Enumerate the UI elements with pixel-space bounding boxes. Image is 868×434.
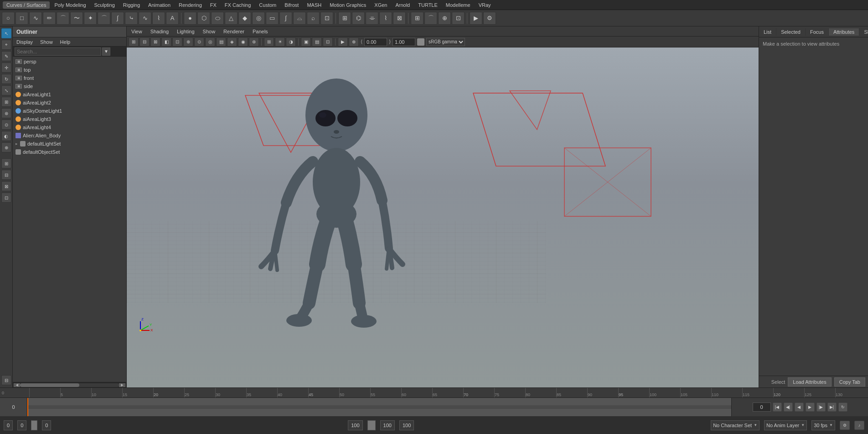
load-attributes-button[interactable]: Load Attributes [788,377,831,387]
copy-tab-button[interactable]: Copy Tab [834,377,865,387]
vp-tool-10[interactable]: ◈ [227,37,237,47]
vp-tool-2[interactable]: ⊟ [140,37,150,47]
vp-tool-render-1[interactable]: ▶ [338,37,348,47]
outliner-search-input[interactable] [15,47,101,56]
menu-fx[interactable]: FX [207,1,220,9]
no-anim-layer-dropdown[interactable]: No Anim Layer ▼ [764,420,807,430]
tool-spiral[interactable]: ✦ [84,12,97,25]
tool-circle[interactable]: ○ [2,12,15,25]
outliner-item[interactable]: ▸ defaultLightSet [13,140,126,148]
vp-menu-lighting[interactable]: Lighting [175,28,196,35]
tool-settings[interactable]: ⚙ [483,12,496,25]
tool-extrude[interactable]: ⊡ [320,12,333,25]
tool-fill[interactable]: ⊠ [393,12,406,25]
tool-channel[interactable]: ⊡ [1,193,11,203]
menu-arnold[interactable]: Arnold [392,1,413,9]
tool-helix[interactable]: ⌇ [152,12,165,25]
tool-torus[interactable]: ◎ [252,12,265,25]
outliner-item[interactable]: aiAreaLight3 [13,115,126,123]
menu-motion-graphics[interactable]: Motion Graphics [326,1,370,9]
tool-render[interactable]: ▶ [470,12,482,25]
vp-tool-render-2[interactable]: ⊕ [349,37,359,47]
go-to-end-btn[interactable]: ▶| [827,403,837,412]
outliner-menu-help[interactable]: Help [58,39,72,45]
tool-pen[interactable]: ✏ [43,12,56,25]
vp-tool-6[interactable]: ⊕ [183,37,193,47]
vp-tool-grid-display[interactable]: ⊞ [264,37,274,47]
tool-universal[interactable]: ⊛ [1,108,11,118]
tool-move[interactable]: ✛ [1,63,11,73]
outliner-scrollbar[interactable]: ◀ ▶ [13,382,126,387]
timeline-playhead[interactable] [27,398,28,416]
tool-spline[interactable]: ⤷ [125,12,138,25]
outliner-item[interactable]: ▣ side [13,82,126,90]
menu-poly-modeling[interactable]: Poly Modeling [51,1,89,9]
tool-bezier[interactable]: ∫ [111,12,124,25]
tool-snap-curve[interactable]: ⌒ [424,12,437,25]
tool-snap-grid[interactable]: ⊞ [411,12,424,25]
menu-modelleme[interactable]: Modelleme [442,1,474,9]
outliner-menu-show[interactable]: Show [38,39,55,45]
vp-tool-11[interactable]: ◉ [238,37,248,47]
menu-rigging[interactable]: Rigging [119,1,144,9]
tool-bridge[interactable]: ⌇ [379,12,392,25]
tool-wave[interactable]: 〜 [70,12,83,25]
tool-cone[interactable]: △ [225,12,238,25]
outliner-menu-display[interactable]: Display [15,39,35,45]
tool-snap-point[interactable]: ⊕ [438,12,451,25]
outliner-item[interactable]: Alien:Alien_Body [13,131,126,140]
vp-menu-view[interactable]: View [129,28,144,35]
tool-smooth[interactable]: ⌬ [352,12,365,25]
menu-custom[interactable]: Custom [255,1,280,9]
vp-zoom-value-input[interactable] [393,38,415,46]
tool-grid[interactable]: ⊟ [1,170,11,180]
audio-btn[interactable]: ♪ [854,421,864,430]
tool-paint[interactable]: ✎ [1,51,11,61]
vp-tool-5[interactable]: ⊡ [172,37,182,47]
outliner-item[interactable]: aiSkyDomeLight1 [13,107,126,115]
step-back-btn[interactable]: ◀| [784,403,793,412]
vp-tool-9[interactable]: ▤ [216,37,226,47]
no-character-set-dropdown[interactable]: No Character Set ▼ [711,420,760,430]
tool-curve[interactable]: ∿ [29,12,42,25]
play-forward-btn[interactable]: ▶ [806,403,815,412]
outliner-item[interactable]: defaultObjectSet [13,148,126,156]
tool-square[interactable]: □ [16,12,28,25]
outliner-item[interactable]: aiAreaLight1 [13,90,126,99]
vp-menu-show[interactable]: Show [201,28,217,35]
vp-tool-shadow[interactable]: ◑ [286,37,296,47]
tool-nurbs[interactable]: ∫ [279,12,292,25]
viewport-canvas[interactable]: Y X Z [127,47,759,387]
menu-bifrost[interactable]: Bifrost [281,1,302,9]
timeline-bar[interactable] [27,398,731,416]
menu-xgen[interactable]: XGen [371,1,391,9]
vp-tool-light-display[interactable]: ☀ [275,37,285,47]
color-space-select[interactable]: sRGB gamma [426,38,465,46]
search-dropdown-btn[interactable]: ▼ [102,47,110,56]
tool-soft-select[interactable]: ⊙ [1,120,11,130]
outliner-item[interactable]: aiAreaLight4 [13,123,126,131]
tool-scale[interactable]: ⤡ [1,85,11,95]
menu-turtle[interactable]: TURTLE [414,1,441,9]
tool-layout[interactable]: ⊠ [1,181,11,191]
outliner-item[interactable]: aiAreaLight2 [13,99,126,107]
tool-snap[interactable]: ⊞ [1,158,11,168]
vp-camera-value-input[interactable] [364,38,387,46]
tool-sculpt[interactable]: ◐ [1,131,11,141]
vp-tool-12[interactable]: ⊛ [249,37,259,47]
tool-sphere[interactable]: ● [184,12,196,25]
attr-tab-show[interactable]: Show [859,28,868,36]
vp-tool-cam-2[interactable]: ▤ [312,37,322,47]
outliner-item[interactable]: ▣ front [13,74,126,82]
menu-sculpting[interactable]: Sculpting [91,1,119,9]
vp-tool-4[interactable]: ◧ [161,37,171,47]
attr-tab-attributes[interactable]: Attributes [829,28,859,36]
tool-bevel[interactable]: ⌯ [366,12,378,25]
tool-rotate[interactable]: ↻ [1,74,11,84]
tool-subdiv[interactable]: ⊞ [338,12,351,25]
tool-lasso[interactable]: ⌖ [1,40,11,50]
range-start-field[interactable]: 0 [4,420,13,430]
tool-cylinder[interactable]: ⬭ [211,12,224,25]
menu-fx-caching[interactable]: FX Caching [221,1,254,9]
tool-cube[interactable]: ⬡ [197,12,210,25]
